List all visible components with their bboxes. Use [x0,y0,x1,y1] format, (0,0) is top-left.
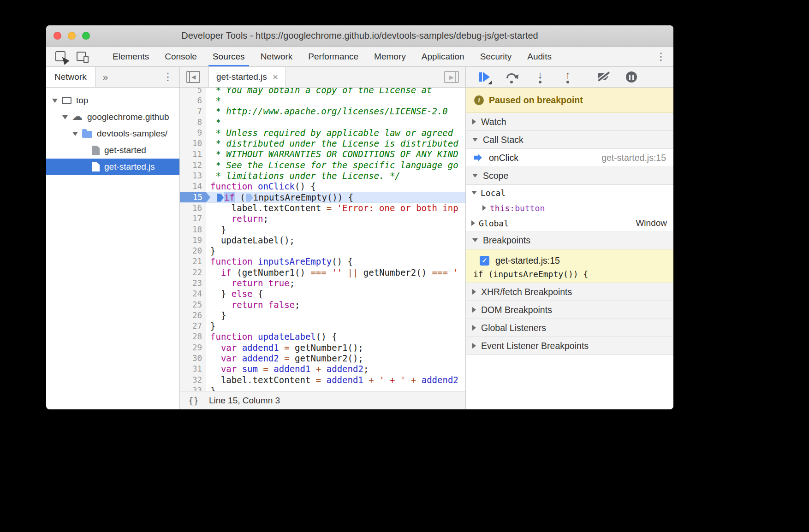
hide-navigator-icon[interactable]: ◀ [186,71,200,83]
step-over-icon[interactable] [506,71,519,83]
code-line-27[interactable]: 27} [180,321,465,331]
line-number[interactable]: 16 [180,202,206,213]
pretty-print-icon[interactable]: {} [188,396,199,406]
code-line-21[interactable]: 21function inputsAreEmpty() { [180,256,465,267]
code-line-15[interactable]: 15if (inputsAreEmpty()) { [180,192,465,202]
step-into-icon[interactable]: ↓ [533,71,547,83]
tab-performance[interactable]: Performance [300,47,366,66]
code-line-23[interactable]: 23 return true; [180,278,465,288]
code-line-9[interactable]: 9 * Unless required by applicable law or… [180,127,465,138]
pause-on-exceptions-icon[interactable] [625,71,639,83]
line-number[interactable]: 15 [180,192,206,202]
section-global-listeners[interactable]: Global Listeners [466,319,673,337]
line-number[interactable]: 27 [180,321,206,331]
section-xhr-fetch-breakpoints[interactable]: XHR/fetch Breakpoints [466,283,673,301]
deactivate-breakpoints-icon[interactable] [597,71,611,83]
breakpoint-checkbox[interactable]: ✓ [480,256,489,266]
line-number[interactable]: 29 [180,342,206,353]
line-number[interactable]: 9 [180,127,206,138]
zoom-window-button[interactable] [82,32,90,40]
tab-application[interactable]: Application [414,47,472,66]
tree-item-devtools-samples-[interactable]: devtools-samples/ [46,125,179,142]
code-line-33[interactable]: 33} [180,385,465,391]
line-number[interactable]: 21 [180,256,206,267]
scope-global[interactable]: Global Window [466,215,673,231]
line-number[interactable]: 30 [180,353,206,363]
tab-network[interactable]: Network [253,47,301,66]
line-number[interactable]: 25 [180,299,206,310]
code-line-26[interactable]: 26 } [180,310,465,320]
line-number[interactable]: 17 [180,213,206,224]
code-line-6[interactable]: 6 * [180,95,465,106]
line-number[interactable]: 23 [180,278,206,288]
tab-memory[interactable]: Memory [366,47,414,66]
scope-this-entry[interactable]: this: button [466,201,673,215]
tab-sources[interactable]: Sources [205,47,253,66]
resume-script-icon[interactable] [478,71,492,83]
tree-item-top[interactable]: top [46,92,179,109]
line-number[interactable]: 12 [180,160,206,170]
line-number[interactable]: 32 [180,374,206,385]
code-line-14[interactable]: 14function onClick() { [180,181,465,192]
line-number[interactable]: 20 [180,245,206,256]
devtools-kebab-menu-icon[interactable]: ⋮ [648,51,673,63]
line-number[interactable]: 6 [180,95,206,106]
tree-item-get-started[interactable]: get-started [46,142,179,159]
section-dom-breakpoints[interactable]: DOM Breakpoints [466,301,673,319]
code-line-25[interactable]: 25 return false; [180,299,465,310]
section-call-stack[interactable]: Call Stack [466,131,673,149]
file-tab[interactable]: get-started.js × [208,67,286,87]
line-number[interactable]: 31 [180,364,206,374]
line-number[interactable]: 8 [180,117,206,127]
section-event-listener-breakpoints[interactable]: Event Listener Breakpoints [466,337,673,355]
scope-local[interactable]: Local [466,185,673,201]
code-line-12[interactable]: 12 * See the License for the specific la… [180,160,465,170]
tab-security[interactable]: Security [472,47,520,66]
close-window-button[interactable] [54,32,61,40]
line-number[interactable]: 11 [180,149,206,160]
tree-item-get-started-js[interactable]: get-started.js [46,159,179,175]
section-scope[interactable]: Scope [466,167,673,185]
code-line-7[interactable]: 7 * http://www.apache.org/licenses/LICEN… [180,106,465,117]
call-stack-frame[interactable]: onClick get-started.js:15 [466,149,673,167]
show-preview-icon[interactable]: ▶ [444,71,459,83]
code-line-17[interactable]: 17 return; [180,213,465,224]
code-editor[interactable]: 5 * You may obtain a copy of the License… [180,88,465,391]
code-line-29[interactable]: 29 var addend1 = getNumber1(); [180,342,465,353]
line-number[interactable]: 26 [180,310,206,320]
inspect-element-icon[interactable] [54,50,68,63]
close-tab-icon[interactable]: × [273,71,278,83]
line-number[interactable]: 14 [180,181,206,192]
line-number[interactable]: 28 [180,331,206,342]
code-line-8[interactable]: 8 * [180,117,465,127]
line-number[interactable]: 19 [180,235,206,245]
code-line-30[interactable]: 30 var addend2 = getNumber2(); [180,353,465,363]
line-number[interactable]: 13 [180,170,206,181]
code-line-28[interactable]: 28function updateLabel() { [180,331,465,342]
breakpoint-entry[interactable]: ✓ get-started.js:15 if (inputsAreEmpty()… [466,249,673,283]
line-number[interactable]: 18 [180,224,206,235]
code-line-24[interactable]: 24 } else { [180,289,465,299]
device-toolbar-icon[interactable] [76,50,89,63]
tab-audits[interactable]: Audits [519,47,559,66]
code-line-31[interactable]: 31 var sum = addend1 + addend2; [180,364,465,374]
minimize-window-button[interactable] [68,32,76,40]
tree-item-googlechrome-github[interactable]: ☁googlechrome.github [46,109,179,125]
tab-elements[interactable]: Elements [105,47,157,66]
code-line-11[interactable]: 11 * WITHOUT WARRANTIES OR CONDITIONS OF… [180,149,465,160]
navigator-kebab-menu-icon[interactable]: ⋮ [155,71,179,83]
section-watch[interactable]: Watch [466,113,673,131]
code-line-16[interactable]: 16 label.textContent = 'Error: one or bo… [180,202,465,213]
code-line-20[interactable]: 20} [180,245,465,256]
sidebar-tab-network[interactable]: Network [46,67,95,87]
tab-console[interactable]: Console [157,47,205,66]
code-line-5[interactable]: 5 * You may obtain a copy of the License… [180,88,465,95]
step-out-icon[interactable]: ↑ [561,71,575,83]
code-line-32[interactable]: 32 label.textContent = addend1 + ' + ' +… [180,374,465,385]
code-line-18[interactable]: 18 } [180,224,465,235]
code-line-13[interactable]: 13 * limitations under the License. */ [180,170,465,181]
more-tabs-icon[interactable]: » [103,71,108,83]
code-line-10[interactable]: 10 * distributed under the License is di… [180,138,465,148]
line-number[interactable]: 10 [180,138,206,148]
line-number[interactable]: 33 [180,385,206,391]
